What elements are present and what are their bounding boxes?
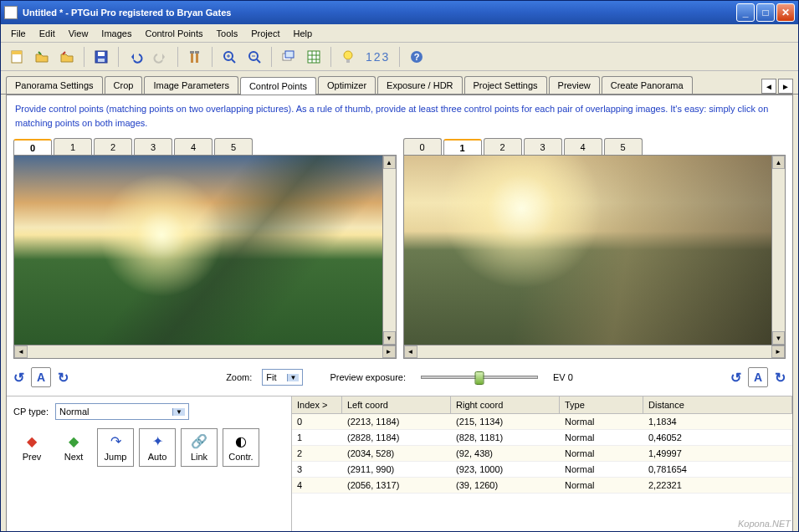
cp-type-label: CP type: [13, 407, 49, 417]
left-hscrollbar[interactable]: ◄► [13, 345, 397, 359]
bulb-icon[interactable] [337, 46, 359, 68]
numbers-label[interactable]: 123 [362, 50, 393, 64]
maximize-button[interactable]: □ [756, 3, 775, 22]
tabs-row: Panorama Settings Crop Image Parameters … [1, 71, 798, 95]
right-hscrollbar[interactable]: ◄► [403, 345, 786, 359]
col-distance[interactable]: Distance [643, 396, 792, 413]
undo-icon[interactable] [125, 46, 146, 68]
preview-exposure-label: Preview exposure: [330, 372, 406, 382]
grid-icon[interactable] [303, 46, 325, 68]
left-image-tab-0[interactable]: 0 [13, 139, 52, 156]
right-vscrollbar[interactable]: ▲▼ [771, 156, 785, 345]
tabs-scroll-left[interactable]: ◄ [761, 79, 776, 94]
menu-images[interactable]: Images [95, 26, 138, 41]
zoom-out-icon[interactable] [243, 46, 265, 68]
svg-rect-1 [12, 51, 22, 54]
svg-rect-24 [346, 59, 350, 63]
right-image-tab-5[interactable]: 5 [604, 138, 643, 155]
tab-project-settings[interactable]: Project Settings [464, 76, 547, 94]
right-image-tab-4[interactable]: 4 [564, 138, 602, 155]
right-auto-a-button[interactable]: A [748, 367, 768, 387]
new-project-icon[interactable] [6, 46, 28, 68]
table-body[interactable]: 0(2213, 1184)(215, 1134)Normal1,18341(28… [292, 414, 792, 532]
save-disk-icon[interactable] [90, 46, 112, 68]
right-image-tab-1[interactable]: 1 [443, 139, 482, 156]
menu-project[interactable]: Project [244, 26, 286, 41]
tab-panorama-settings[interactable]: Panorama Settings [6, 76, 103, 94]
svg-rect-8 [195, 51, 199, 54]
auto-button[interactable]: ✦Auto [139, 428, 176, 467]
left-rotate-cw-icon[interactable]: ↻ [58, 370, 69, 386]
zoom-label: Zoom: [226, 372, 252, 382]
minimize-button[interactable]: _ [736, 3, 755, 22]
tools-icon[interactable] [184, 46, 206, 68]
close-button[interactable]: ✕ [776, 3, 795, 22]
menu-edit[interactable]: Edit [33, 26, 62, 41]
next-button[interactable]: ◆Next [55, 428, 92, 467]
tab-crop[interactable]: Crop [105, 76, 143, 94]
table-header: Index > Left coord Right coord Type Dist… [292, 396, 792, 414]
cp-type-combo[interactable]: Normal▼ [55, 403, 189, 420]
table-row[interactable]: 4(2056, 1317)(39, 1260)Normal2,22321 [292, 478, 792, 494]
table-row[interactable]: 1(2828, 1184)(828, 1181)Normal0,46052 [292, 430, 792, 446]
menu-view[interactable]: View [62, 26, 95, 41]
menu-tools[interactable]: Tools [210, 26, 245, 41]
left-image-tab-5[interactable]: 5 [214, 138, 253, 155]
left-image-tab-4[interactable]: 4 [174, 138, 213, 155]
menu-file[interactable]: File [4, 26, 33, 41]
table-row[interactable]: 0(2213, 1184)(215, 1134)Normal1,1834 [292, 414, 792, 430]
zoom-in-icon[interactable] [218, 46, 240, 68]
col-left-coord[interactable]: Left coord [342, 396, 451, 413]
link-button[interactable]: 🔗Link [181, 428, 218, 467]
open-project-icon[interactable] [31, 46, 53, 68]
zoom-combo[interactable]: Fit▼ [262, 369, 303, 386]
tab-control-points[interactable]: Control Points [240, 77, 316, 95]
tab-create-panorama[interactable]: Create Panorama [602, 76, 693, 94]
prev-button[interactable]: ◆Prev [13, 428, 50, 467]
hint-text: Provide control points (matching points … [7, 95, 792, 136]
right-image-tab-0[interactable]: 0 [403, 138, 442, 155]
menu-control-points[interactable]: Control Points [138, 26, 209, 41]
right-rotate-ccw-icon[interactable]: ↺ [730, 370, 741, 386]
left-vscrollbar[interactable]: ▲▼ [382, 156, 396, 345]
right-image-tab-3[interactable]: 3 [524, 138, 562, 155]
col-type[interactable]: Type [560, 396, 643, 413]
tab-image-parameters[interactable]: Image Parameters [144, 76, 238, 94]
tabs-scroll-right[interactable]: ► [778, 79, 793, 94]
table-row[interactable]: 2(2034, 528)(92, 438)Normal1,49997 [292, 446, 792, 462]
svg-line-10 [232, 59, 235, 63]
contrast-button[interactable]: ◐Contr. [223, 428, 259, 467]
svg-rect-3 [98, 52, 105, 56]
left-auto-a-button[interactable]: A [31, 367, 51, 387]
exposure-slider[interactable] [421, 376, 538, 379]
menu-bar: File Edit View Images Control Points Too… [1, 24, 798, 43]
menu-help[interactable]: Help [286, 26, 319, 41]
images-icon[interactable] [278, 46, 300, 68]
col-index[interactable]: Index > [292, 396, 342, 413]
left-image-tab-3[interactable]: 3 [134, 138, 172, 155]
tab-optimizer[interactable]: Optimizer [318, 76, 376, 94]
right-image-viewport[interactable] [404, 156, 772, 345]
svg-rect-18 [308, 51, 320, 63]
right-rotate-cw-icon[interactable]: ↻ [775, 370, 786, 386]
ev-value: EV 0 [553, 372, 573, 382]
svg-rect-4 [98, 59, 105, 62]
col-right-coord[interactable]: Right coord [451, 396, 560, 413]
svg-text:?: ? [414, 52, 420, 62]
left-image-tab-1[interactable]: 1 [54, 138, 92, 155]
svg-line-14 [257, 59, 260, 63]
right-image-tab-2[interactable]: 2 [484, 138, 522, 155]
svg-rect-17 [285, 51, 294, 58]
watermark: Kopona.NET [738, 519, 791, 529]
redo-icon[interactable] [150, 46, 172, 68]
tab-exposure-hdr[interactable]: Exposure / HDR [377, 76, 462, 94]
tab-preview[interactable]: Preview [549, 76, 600, 94]
jump-button[interactable]: ↷Jump [97, 428, 134, 467]
left-image-tab-2[interactable]: 2 [94, 138, 132, 155]
save-project-icon[interactable] [56, 46, 78, 68]
help-icon[interactable]: ? [406, 46, 428, 68]
table-row[interactable]: 3(2911, 990)(923, 1000)Normal0,781654 [292, 462, 792, 478]
window-title: Untitled * - PTGui Pro registered to Bry… [23, 8, 736, 18]
left-rotate-ccw-icon[interactable]: ↺ [13, 370, 24, 386]
left-image-viewport[interactable] [14, 156, 382, 345]
